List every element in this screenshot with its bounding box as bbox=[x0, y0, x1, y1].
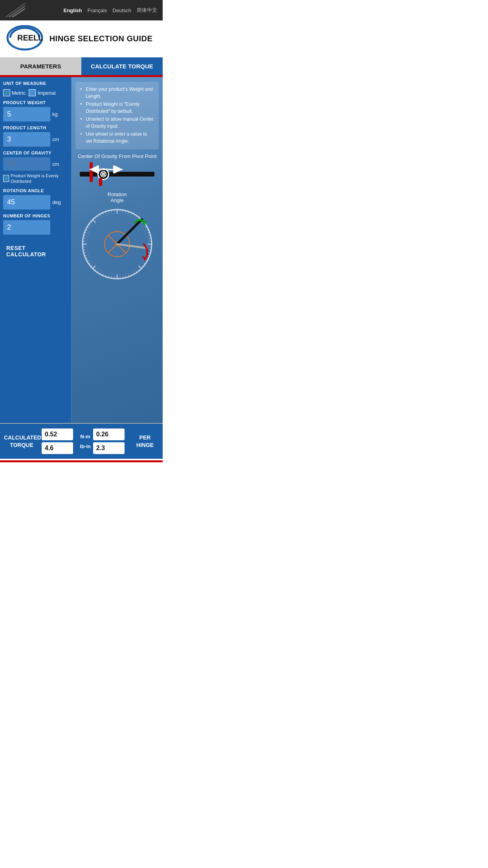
cog-visual bbox=[78, 162, 156, 186]
length-label: PRODUCT LENGTH bbox=[3, 125, 68, 130]
hinges-block: NUMBER OF HINGES bbox=[3, 213, 68, 235]
evenly-distributed-label: Product Weight is Evenly Distributed bbox=[11, 173, 68, 184]
lang-french[interactable]: Français bbox=[87, 7, 107, 13]
evenly-check-icon: ✓ bbox=[4, 176, 8, 181]
lang-german[interactable]: Deutsch bbox=[112, 7, 131, 13]
unit-nm: N-m bbox=[80, 434, 90, 440]
page-title: HINGE SELECTION GUIDE bbox=[46, 34, 156, 43]
evenly-distributed-box[interactable]: ✓ bbox=[3, 175, 9, 182]
instructions-box: Enter your product's Weight and Length.P… bbox=[75, 82, 159, 149]
weight-unit: kg bbox=[52, 111, 58, 117]
tab-parameters[interactable]: PARAMETERS bbox=[0, 57, 81, 75]
metric-checkbox-box[interactable]: ✓ bbox=[3, 89, 10, 96]
red-bottom-bar bbox=[0, 460, 163, 462]
cog-label: CENTER OF GRAVITY bbox=[3, 151, 68, 155]
torque-nm-per-hinge-input[interactable] bbox=[93, 428, 125, 440]
lang-chinese[interactable]: 简体中文 bbox=[137, 7, 157, 14]
tab-calculate[interactable]: CALCULATE TORQUE bbox=[81, 57, 163, 75]
bottom-bar: CALCULATED TORQUE N-m lb-in PER HINGE bbox=[0, 423, 163, 459]
hinges-input[interactable] bbox=[3, 220, 50, 235]
unit-checkboxes: ✓ Metric Imperial bbox=[3, 89, 68, 96]
cog-diagram-label: Center Of Gravity From Pivot Point bbox=[78, 153, 157, 159]
right-panel: Enter your product's Weight and Length.P… bbox=[72, 77, 163, 423]
instruction-item: Use wheel or enter a value to set Rotati… bbox=[80, 131, 154, 145]
tabs: PARAMETERS CALCULATE TORQUE bbox=[0, 57, 163, 75]
rotation-diagram: RotationAngle bbox=[75, 191, 159, 283]
svg-line-1 bbox=[9, 6, 25, 17]
left-panel: UNIT OF MEASURE ✓ Metric Imperial PRODUC… bbox=[0, 77, 72, 423]
logo-decoration bbox=[6, 3, 25, 17]
torque-lbin-per-hinge-input[interactable] bbox=[93, 442, 125, 454]
instruction-item: Unselect to allow manual Center of Gravi… bbox=[80, 116, 154, 130]
weight-label: PRODUCT WEIGHT bbox=[3, 100, 68, 105]
torque-nm-input[interactable] bbox=[42, 428, 73, 440]
unit-lbin: lb-in bbox=[80, 443, 90, 449]
angle-unit: deg bbox=[52, 199, 61, 205]
cog-unit: cm bbox=[52, 161, 59, 167]
cog-arrow bbox=[86, 166, 126, 175]
lang-english[interactable]: English bbox=[63, 7, 82, 13]
cog-block: CENTER OF GRAVITY cm ✓ Product Weight is… bbox=[3, 151, 68, 184]
torque-lbin-input[interactable] bbox=[42, 442, 73, 454]
torque-total-values bbox=[42, 428, 77, 454]
imperial-checkbox[interactable]: Imperial bbox=[29, 89, 55, 96]
weight-input[interactable] bbox=[3, 107, 50, 121]
rotation-svg bbox=[78, 205, 156, 283]
weight-block: PRODUCT WEIGHT kg bbox=[3, 100, 68, 121]
angle-block: ROTATION ANGLE deg bbox=[3, 188, 68, 210]
evenly-distributed-checkbox[interactable]: ✓ Product Weight is Evenly Distributed bbox=[3, 173, 68, 184]
hinges-label: NUMBER OF HINGES bbox=[3, 213, 68, 218]
cog-diagram: Center Of Gravity From Pivot Point bbox=[75, 153, 159, 188]
red-flag-bottom bbox=[99, 178, 102, 186]
length-unit: cm bbox=[52, 136, 59, 142]
header: REELL HINGE SELECTION GUIDE bbox=[0, 20, 163, 57]
svg-line-88 bbox=[117, 244, 147, 248]
main-content: UNIT OF MEASURE ✓ Metric Imperial PRODUC… bbox=[0, 77, 163, 423]
calculated-torque-label: CALCULATED TORQUE bbox=[4, 434, 39, 448]
rotation-label: RotationAngle bbox=[108, 191, 127, 203]
length-block: PRODUCT LENGTH cm bbox=[3, 125, 68, 147]
top-bar: English Français Deutsch 简体中文 bbox=[0, 0, 163, 20]
metric-checkbox[interactable]: ✓ Metric bbox=[3, 89, 26, 96]
instruction-item: Product Weight is "Evenly Distributed" b… bbox=[80, 101, 154, 115]
unit-label: UNIT OF MEASURE bbox=[3, 81, 68, 86]
instruction-item: Enter your product's Weight and Length. bbox=[80, 86, 154, 100]
imperial-checkbox-box[interactable] bbox=[29, 89, 36, 96]
metric-label: Metric bbox=[12, 90, 26, 96]
unit-column: N-m lb-in bbox=[80, 434, 90, 449]
torque-per-hinge-values bbox=[93, 428, 129, 454]
angle-label: ROTATION ANGLE bbox=[3, 188, 68, 193]
angle-input[interactable] bbox=[3, 195, 50, 210]
svg-text:REELL: REELL bbox=[17, 33, 43, 42]
cog-input[interactable] bbox=[3, 157, 50, 171]
reset-button[interactable]: RESET CALCULATOR bbox=[3, 240, 68, 262]
bottom-row: CALCULATED TORQUE N-m lb-in PER HINGE bbox=[4, 428, 159, 454]
reell-logo: REELL bbox=[6, 25, 46, 52]
instructions-list: Enter your product's Weight and Length.P… bbox=[80, 86, 154, 145]
unit-of-measure-block: UNIT OF MEASURE ✓ Metric Imperial bbox=[3, 81, 68, 96]
per-hinge-label: PER HINGE bbox=[131, 434, 159, 448]
imperial-label: Imperial bbox=[37, 90, 55, 96]
metric-check-icon: ✓ bbox=[5, 90, 9, 96]
length-input[interactable] bbox=[3, 132, 50, 147]
